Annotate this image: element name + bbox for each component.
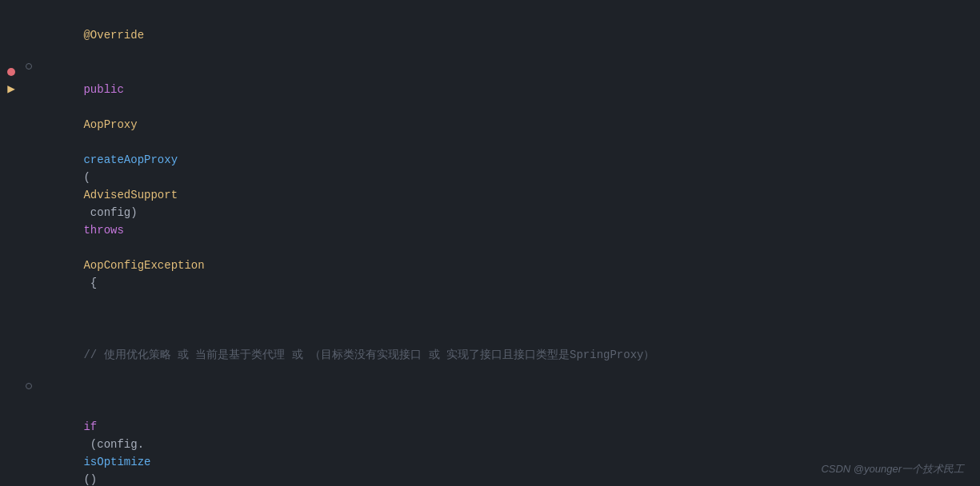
line-content-2: public AopProxy createAopProxy ( Advised… [35,63,980,309]
annotation-override: @Override [83,29,144,42]
watermark: CSDN @younger一个技术民工 [821,462,964,476]
breakpoint-dot[interactable] [7,68,15,76]
code-line-2: ▶ public AopProxy createAopProxy ( Advis… [0,62,980,310]
line-content-1: @Override [35,9,980,62]
fold-marker-4[interactable] [26,383,32,389]
gutter-3 [0,311,22,346]
code-editor: @Override ▶ public AopProxy createAopPro… [0,0,980,486]
fold-marker[interactable] [26,63,32,70]
gutter-2: ▶ [0,63,22,98]
line-content-3: // 使用优化策略 或 当前是基于类代理 或 （目标类没有实现接口 或 实现了接… [35,311,980,381]
gutter-4 [0,383,22,418]
fold-col-2 [22,63,35,70]
code-line-1: @Override [0,8,980,62]
gutter-1 [0,9,22,44]
code-line-3: // 使用优化策略 或 当前是基于类代理 或 （目标类没有实现接口 或 实现了接… [0,310,980,382]
debug-arrow: ▶ [7,83,15,96]
